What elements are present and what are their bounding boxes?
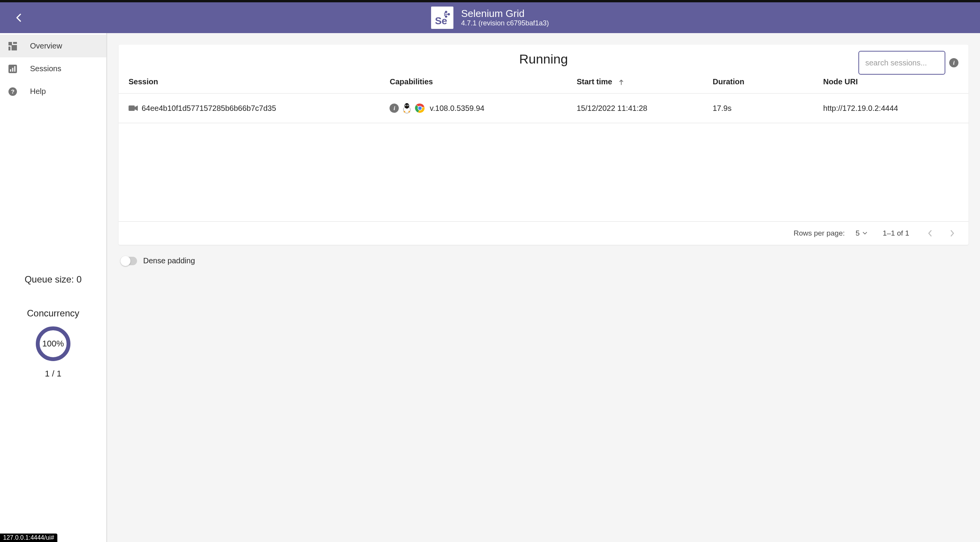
capabilities-cell: i	[390, 103, 561, 114]
svg-rect-13	[12, 68, 13, 72]
card-spacer	[119, 123, 968, 221]
svg-rect-9	[8, 47, 10, 50]
col-capabilities-label: Capabilities	[390, 77, 433, 86]
sidebar: Overview Sessions ?	[0, 33, 107, 542]
sidebar-item-overview[interactable]: Overview	[0, 35, 106, 57]
chevron-down-icon	[863, 232, 867, 235]
dense-padding-toggle[interactable]	[121, 257, 137, 265]
capabilities-version: v.108.0.5359.94	[430, 104, 484, 113]
sidebar-item-label: Overview	[30, 42, 62, 50]
col-duration-label: Duration	[712, 77, 744, 86]
search-wrap: i	[858, 51, 958, 75]
chevron-left-icon	[928, 230, 932, 237]
duration-cell: 17.9s	[705, 94, 815, 123]
page-nav	[925, 228, 958, 239]
svg-rect-12	[10, 69, 11, 72]
svg-rect-7	[8, 42, 12, 45]
start-time-cell: 15/12/2022 11:41:28	[569, 94, 705, 123]
chevron-right-icon	[950, 230, 955, 237]
sidebar-item-sessions[interactable]: Sessions	[0, 57, 106, 80]
session-cell: 64ee4b10f1d577157285b6b66b7c7d35	[129, 104, 374, 113]
concurrency-percent: 100%	[42, 339, 64, 349]
svg-rect-10	[12, 45, 17, 50]
help-icon: ?	[8, 87, 17, 96]
node-uri-cell: http://172.19.0.2:4444	[816, 94, 968, 123]
col-node-uri-label: Node URI	[823, 77, 858, 86]
dense-padding-label: Dense padding	[143, 256, 195, 265]
col-session[interactable]: Session	[119, 70, 382, 94]
pagination-range: 1–1 of 1	[883, 229, 909, 238]
selenium-logo: Se	[431, 7, 453, 29]
linux-icon	[402, 103, 412, 114]
sessions-card: Running i Session Capabilities	[119, 45, 968, 245]
card-title: Running	[519, 52, 568, 67]
svg-point-19	[405, 103, 409, 109]
search-input[interactable]	[858, 51, 945, 75]
concurrency-title: Concurrency	[27, 308, 79, 319]
svg-point-23	[408, 105, 408, 106]
next-page-button[interactable]	[947, 228, 958, 239]
body: Overview Sessions ?	[0, 33, 980, 542]
svg-rect-17	[129, 105, 135, 111]
arrow-up-icon	[618, 77, 624, 86]
status-bar: 127.0.0.1:4444/ui#	[0, 534, 57, 542]
dense-padding-row: Dense padding	[119, 256, 968, 265]
header-title-block: Selenium Grid 4.7.1 (revision c6795baf1a…	[461, 8, 549, 27]
main-content: Running i Session Capabilities	[107, 33, 980, 542]
rows-per-page: Rows per page: 5	[794, 229, 868, 238]
capabilities-info-button[interactable]: i	[390, 104, 399, 113]
sessions-table: Session Capabilities Start time	[119, 70, 968, 123]
app-title: Selenium Grid	[461, 8, 525, 19]
rows-per-page-select[interactable]: 5	[856, 229, 868, 238]
app-header: Se Selenium Grid 4.7.1 (revision c6795ba…	[0, 2, 980, 33]
session-id: 64ee4b10f1d577157285b6b66b7c7d35	[142, 104, 276, 113]
header-center: Se Selenium Grid 4.7.1 (revision c6795ba…	[431, 7, 549, 29]
sidebar-nav: Overview Sessions ?	[0, 33, 106, 103]
col-session-label: Session	[129, 77, 158, 86]
bar-chart-icon	[8, 65, 17, 73]
sidebar-stats: Queue size: 0 Concurrency 100% 1 / 1	[0, 103, 106, 542]
prev-page-button[interactable]	[925, 228, 935, 239]
svg-text:Se: Se	[435, 15, 447, 27]
app-subtitle: 4.7.1 (revision c6795baf1a3)	[461, 19, 549, 27]
videocam-icon[interactable]	[129, 105, 138, 112]
sidebar-item-label: Sessions	[30, 64, 61, 73]
col-start-time-label: Start time	[577, 77, 612, 86]
pagination: Rows per page: 5 1–1 of 1	[119, 221, 968, 245]
svg-rect-8	[13, 42, 17, 44]
col-start-time[interactable]: Start time	[569, 70, 705, 94]
rows-per-page-label: Rows per page:	[794, 229, 845, 238]
search-info-button[interactable]: i	[949, 58, 958, 67]
sidebar-item-label: Help	[30, 87, 46, 96]
concurrency-ratio: 1 / 1	[45, 369, 62, 379]
rows-per-page-value: 5	[856, 229, 860, 238]
svg-rect-14	[14, 66, 15, 72]
card-header: Running i	[119, 45, 968, 70]
sidebar-item-help[interactable]: ? Help	[0, 80, 106, 103]
chrome-icon	[415, 103, 425, 113]
chevron-left-icon	[16, 13, 21, 22]
dashboard-icon	[8, 42, 17, 50]
back-button[interactable]	[9, 8, 28, 27]
svg-point-26	[418, 107, 422, 110]
table-row[interactable]: 64ee4b10f1d577157285b6b66b7c7d35 i	[119, 94, 968, 123]
concurrency-block: Concurrency 100% 1 / 1	[27, 308, 79, 379]
svg-text:?: ?	[11, 88, 14, 95]
concurrency-gauge: 100%	[36, 326, 70, 361]
col-duration[interactable]: Duration	[705, 70, 815, 94]
svg-point-22	[406, 105, 407, 106]
col-capabilities[interactable]: Capabilities	[382, 70, 569, 94]
queue-size: Queue size: 0	[25, 274, 82, 285]
